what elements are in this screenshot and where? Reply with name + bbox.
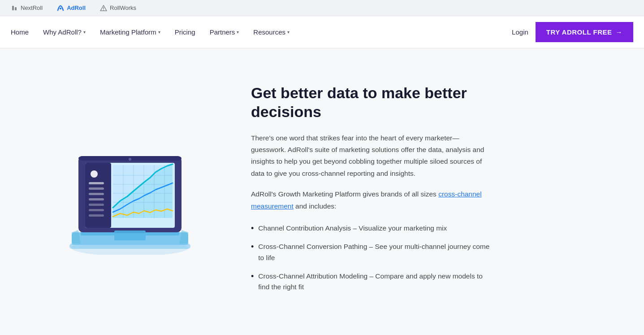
svg-point-2 [60, 8, 61, 9]
arrow-icon: → [616, 28, 623, 36]
bullet-item-1: Channel Contribution Analysis – Visualiz… [251, 223, 493, 234]
svg-rect-16 [89, 182, 104, 184]
bullet-item-2: Cross-Channel Conversion Pathing – See y… [251, 241, 493, 264]
svg-point-15 [91, 170, 98, 178]
svg-rect-18 [89, 193, 104, 195]
svg-rect-14 [85, 163, 111, 228]
nav-home[interactable]: Home [11, 28, 29, 36]
laptop-svg [45, 129, 215, 255]
svg-rect-0 [12, 6, 14, 10]
svg-rect-1 [15, 7, 17, 10]
body-paragraph-2: AdRoll's Growth Marketing Platform gives… [251, 188, 493, 212]
main-nav: Home Why AdRoll? ▾ Marketing Platform ▾ … [0, 16, 644, 48]
brand-bar: NextRoll AdRoll RollWorks [0, 0, 644, 16]
svg-marker-35 [72, 230, 81, 245]
rollworks-icon [100, 4, 107, 12]
login-button[interactable]: Login [512, 28, 528, 36]
nav-resources[interactable]: Resources ▾ [253, 28, 290, 36]
adroll-icon [57, 4, 64, 12]
resources-chevron: ▾ [287, 30, 290, 35]
partners-chevron: ▾ [237, 30, 239, 35]
svg-marker-36 [179, 230, 188, 245]
feature-list: Channel Contribution Analysis – Visualiz… [251, 223, 493, 293]
nav-why-adroll[interactable]: Why AdRoll? ▾ [43, 28, 86, 36]
svg-rect-21 [89, 209, 104, 211]
brand-adroll[interactable]: AdRoll [57, 4, 86, 12]
laptop-illustration [45, 129, 215, 255]
try-adroll-button[interactable]: TRY ADROLL FREE → [536, 22, 633, 42]
main-heading: Get better data to make better decisions [251, 83, 493, 122]
svg-rect-17 [89, 187, 104, 190]
text-content: Get better data to make better decisions… [251, 83, 493, 300]
svg-rect-37 [69, 244, 190, 249]
nextroll-icon [11, 4, 18, 12]
nav-marketing-platform[interactable]: Marketing Platform ▾ [100, 28, 160, 36]
svg-rect-34 [114, 231, 146, 233]
why-adroll-chevron: ▾ [83, 30, 86, 35]
svg-rect-9 [114, 233, 146, 240]
svg-point-5 [103, 10, 104, 11]
nav-partners[interactable]: Partners ▾ [210, 28, 239, 36]
svg-rect-20 [89, 204, 104, 206]
brand-nextroll[interactable]: NextRoll [11, 4, 43, 12]
main-content: Get better data to make better decisions… [0, 48, 644, 335]
marketing-platform-chevron: ▾ [158, 30, 160, 35]
brand-rollworks[interactable]: RollWorks [100, 4, 136, 12]
svg-point-12 [129, 158, 131, 161]
svg-rect-22 [89, 214, 104, 217]
illustration-container [36, 129, 224, 255]
bullet-item-3: Cross-Channel Attribution Modeling – Com… [251, 271, 493, 293]
body-paragraph-1: There's one word that strikes fear into … [251, 132, 493, 179]
svg-rect-19 [89, 198, 104, 200]
nav-links: Home Why AdRoll? ▾ Marketing Platform ▾ … [11, 28, 512, 36]
nav-pricing[interactable]: Pricing [175, 28, 195, 36]
nav-right-actions: Login TRY ADROLL FREE → [512, 22, 633, 42]
